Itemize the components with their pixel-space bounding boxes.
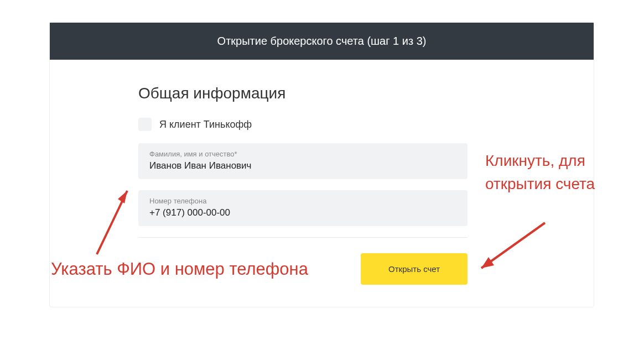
open-account-button[interactable]: Открыть счет [361, 253, 468, 285]
page-title: Открытие брокерского счета (шаг 1 из 3) [217, 35, 427, 47]
phone-input[interactable] [149, 207, 456, 218]
fullname-field[interactable]: Фамилия, имя и отчество* [138, 143, 468, 179]
phone-label: Номер телефона [149, 197, 456, 205]
fullname-label: Фамилия, имя и отчество* [149, 150, 456, 158]
phone-field[interactable]: Номер телефона [138, 190, 468, 226]
client-checkbox-row: Я клиент Тинькофф [138, 118, 549, 131]
client-checkbox-label: Я клиент Тинькофф [159, 119, 252, 130]
divider [138, 237, 468, 238]
annotation-left-text: Указать ФИО и номер телефона [51, 257, 308, 281]
fullname-input[interactable] [149, 160, 456, 171]
card-header: Открытие брокерского счета (шаг 1 из 3) [50, 23, 594, 60]
client-checkbox[interactable] [138, 118, 152, 131]
annotation-right-text: Кликнуть, для открытия счета [485, 149, 644, 196]
section-title: Общая информация [138, 85, 549, 102]
